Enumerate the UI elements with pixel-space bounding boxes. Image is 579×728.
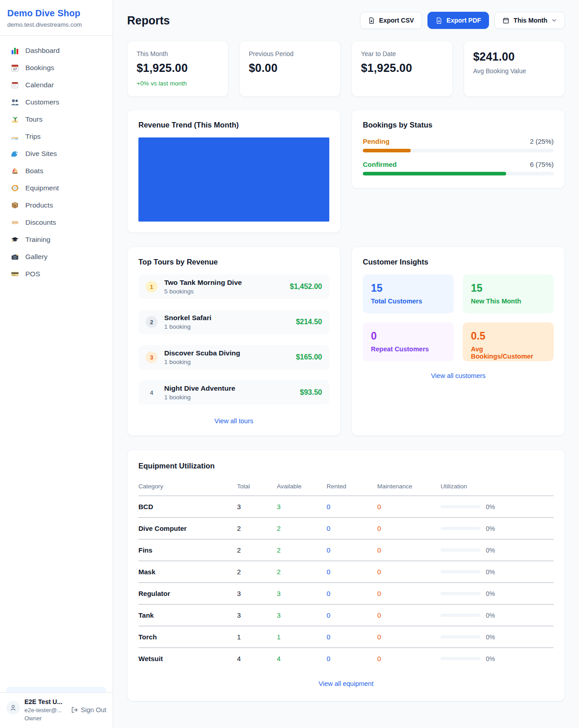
tile-new-this-month: 15 New This Month [463, 274, 554, 313]
cell-utilization: 0% [441, 525, 554, 532]
camera-icon [11, 253, 19, 261]
sidebar-item-label: Bookings [25, 64, 54, 72]
tile-value: 0 [371, 330, 446, 342]
file-download-icon [436, 17, 442, 24]
cell-category: Mask [138, 568, 237, 576]
export-pdf-label: Export PDF [446, 17, 481, 24]
utilization-percent: 0% [486, 612, 495, 619]
customer-insights-title: Customer Insights [363, 258, 554, 266]
cell-rented: 0 [327, 525, 377, 532]
tour-revenue: $214.50 [296, 318, 322, 326]
view-all-customers-link[interactable]: View all customers [363, 372, 554, 379]
sidebar-item-gallery[interactable]: Gallery [5, 248, 108, 265]
tour-bookings: 1 booking [164, 323, 211, 330]
utilization-percent: 0% [486, 590, 495, 597]
header-actions: Export CSV Export PDF This Month [360, 12, 565, 29]
sidebar-item-tours[interactable]: Tours [5, 111, 108, 128]
utilization-track [441, 657, 480, 660]
utilization-track [441, 505, 480, 508]
cell-total: 2 [237, 546, 277, 554]
table-row: Wetsuit 4 4 0 0 0% [138, 648, 554, 669]
table-row: Mask 2 2 0 0 0% [138, 561, 554, 583]
stat-label: This Month [137, 50, 219, 57]
insight-tiles: 15 Total Customers 15 New This Month 0 R… [363, 274, 554, 361]
stat-value: $241.00 [473, 50, 555, 63]
sidebar-item-label: Tours [25, 115, 43, 123]
tour-row: 4 Night Dive Adventure 1 booking $93.50 [138, 380, 329, 405]
col-utilization: Utilization [441, 483, 554, 490]
sidebar-item-calendar[interactable]: Calendar [5, 76, 108, 94]
sidebar-item-bookings[interactable]: 17 Bookings [5, 59, 108, 76]
tile-repeat-customers: 0 Repeat Customers [363, 322, 454, 361]
cell-available: 1 [277, 633, 327, 641]
cell-maintenance: 0 [377, 525, 441, 532]
cell-available: 4 [277, 655, 327, 662]
wave-icon [11, 150, 19, 158]
bar-chart-icon [11, 47, 19, 55]
revenue-trend-chart [138, 137, 329, 222]
sidebar-item-trips[interactable]: Trips [5, 128, 108, 145]
cell-maintenance: 0 [377, 503, 441, 511]
sidebar-item-customers[interactable]: Customers [5, 94, 108, 111]
stat-label: Year to Date [361, 50, 443, 57]
col-rented: Rented [327, 483, 377, 490]
svg-text:17: 17 [13, 67, 17, 71]
sign-out-button[interactable]: Sign Out [71, 706, 106, 714]
cell-rented: 0 [327, 633, 377, 641]
sidebar-item-dashboard[interactable]: Dashboard [5, 42, 108, 59]
sidebar-item-label: Dashboard [25, 47, 60, 55]
cell-available: 3 [277, 590, 327, 597]
view-all-tours-link[interactable]: View all tours [138, 417, 329, 425]
export-csv-button[interactable]: Export CSV [360, 12, 422, 29]
utilization-track [441, 527, 480, 530]
sidebar-item-label: POS [25, 270, 40, 278]
period-select[interactable]: This Month [494, 12, 565, 29]
cell-total: 3 [237, 503, 277, 511]
sidebar-item-reports-partial[interactable] [6, 687, 106, 692]
tour-row: 1 Two Tank Morning Dive 5 bookings $1,45… [138, 274, 329, 299]
dive-mask-icon [11, 184, 19, 192]
sidebar-item-training[interactable]: Training [5, 231, 108, 248]
table-header-row: Category Total Available Rented Maintena… [138, 480, 554, 496]
cell-total: 4 [237, 655, 277, 662]
stat-card-avg-booking-value: $241.00 Avg Booking Value [464, 41, 565, 97]
export-csv-label: Export CSV [379, 17, 414, 24]
cell-rented: 0 [327, 611, 377, 619]
view-all-equipment-link[interactable]: View all equipment [138, 680, 554, 687]
sailboat-icon [11, 167, 19, 175]
progress-fill [363, 172, 506, 175]
equipment-table: Category Total Available Rented Maintena… [138, 480, 554, 669]
status-label: Pending [363, 137, 389, 145]
user-name: E2E Test U... [24, 698, 62, 705]
cell-rented: 0 [327, 590, 377, 597]
table-row: Fins 2 2 0 0 0% [138, 539, 554, 561]
tile-avg-bookings-customer: 0.5 Avg Bookings/Customer [463, 322, 554, 361]
sidebar-item-equipment[interactable]: Equipment [5, 180, 108, 197]
sidebar-item-discounts[interactable]: Discounts [5, 214, 108, 231]
cell-total: 2 [237, 568, 277, 576]
tour-name: Night Dive Adventure [164, 384, 235, 392]
stat-card-previous-period: Previous Period $0.00 [239, 41, 341, 97]
sidebar: Demo Dive Shop demo.test.divestreams.com… [0, 0, 113, 728]
sidebar-item-pos[interactable]: POS [5, 265, 108, 283]
tile-value: 15 [371, 282, 446, 294]
cell-maintenance: 0 [377, 590, 441, 597]
tile-label: Avg Bookings/Customer [471, 345, 546, 360]
sidebar-item-label: Training [25, 236, 50, 244]
sidebar-item-label: Discounts [25, 218, 56, 227]
sidebar-item-products[interactable]: Products [5, 197, 108, 214]
utilization-percent: 0% [486, 547, 495, 554]
package-icon [11, 201, 19, 209]
calendar-icon [11, 81, 19, 89]
file-download-icon [368, 17, 375, 24]
equipment-utilization-card: Equipment Utilization Category Total Ava… [127, 449, 565, 701]
table-row: Dive Computer 2 2 0 0 0% [138, 518, 554, 539]
sidebar-item-dive-sites[interactable]: Dive Sites [5, 145, 108, 162]
user-role: Owner [24, 715, 62, 722]
cell-category: Tank [138, 611, 237, 619]
revenue-trend-title: Revenue Trend (This Month) [138, 121, 329, 129]
sidebar-item-boats[interactable]: Boats [5, 162, 108, 180]
export-pdf-button[interactable]: Export PDF [427, 12, 489, 29]
tour-bookings: 1 booking [164, 359, 240, 365]
user-info: E2E Test U... e2e-tester@... Owner [24, 698, 62, 722]
